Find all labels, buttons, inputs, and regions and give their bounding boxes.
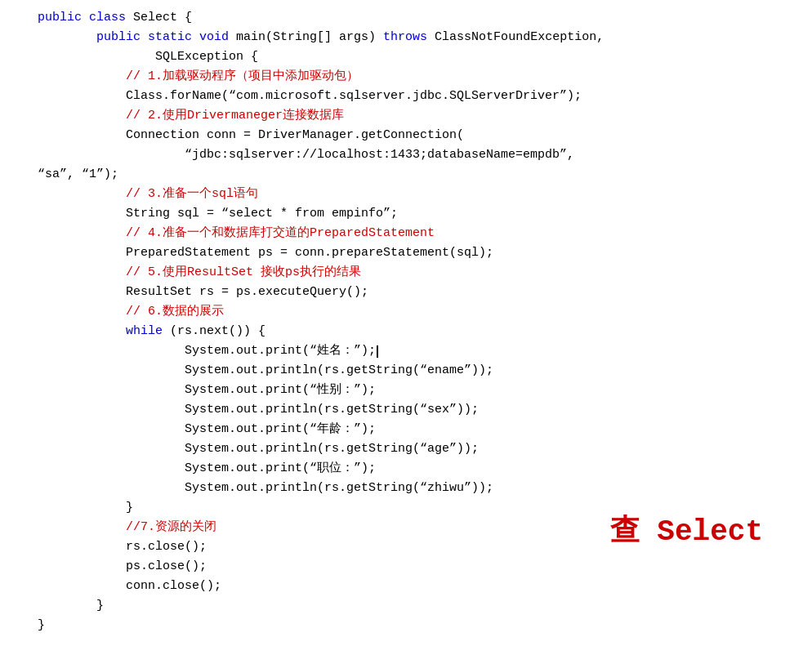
code-line-12: // 4.准备一个和数据库打交道的PreparedStatement [0,224,812,243]
code-line-3: SQLException { [0,47,812,67]
code-container: public class Select { public static void… [0,0,812,646]
code-line-4: // 1.加载驱动程序（项目中添加驱动包） [0,67,812,87]
code-line-5: Class.forName(“com.microsoft.sqlserver.j… [0,87,812,106]
code-line-32: } [0,616,812,635]
code-line-19: System.out.println(rs.getString(“ename”)… [0,361,812,381]
code-line-24: System.out.print(“职位：”); [0,459,812,479]
code-line-29: ps.close(); [0,557,812,577]
code-line-17: while (rs.next()) { [0,322,812,341]
code-line-21: System.out.println(rs.getString(“sex”)); [0,400,812,420]
code-line-25: System.out.println(rs.getString(“zhiwu”)… [0,479,812,498]
code-line-14: // 5.使用ResultSet 接收ps执行的结果 [0,263,812,283]
code-line-22: System.out.print(“年龄：”); [0,420,812,439]
code-line-2: public static void main(String[] args) t… [0,28,812,47]
watermark-label: 查 Select [610,509,763,556]
code-line-20: System.out.print(“性别：”); [0,381,812,400]
code-line-18: System.out.print(“姓名：”); [0,341,812,361]
code-line-9: “sa”, “1”); [0,165,812,185]
code-line-13: PreparedStatement ps = conn.prepareState… [0,243,812,263]
code-line-1: public class Select { [0,8,812,28]
code-line-16: // 6.数据的展示 [0,302,812,322]
code-line-8: “jdbc:sqlserver://localhost:1433;databas… [0,145,812,165]
code-line-30: conn.close(); [0,577,812,596]
code-line-31: } [0,596,812,616]
code-line-7: Connection conn = DriverManager.getConne… [0,126,812,145]
code-line-23: System.out.println(rs.getString(“age”)); [0,439,812,459]
code-line-10: // 3.准备一个sql语句 [0,185,812,204]
code-line-11: String sql = “select * from empinfo”; [0,204,812,224]
code-line-15: ResultSet rs = ps.executeQuery(); [0,283,812,302]
code-line-6: // 2.使用Drivermaneger连接数据库 [0,106,812,126]
